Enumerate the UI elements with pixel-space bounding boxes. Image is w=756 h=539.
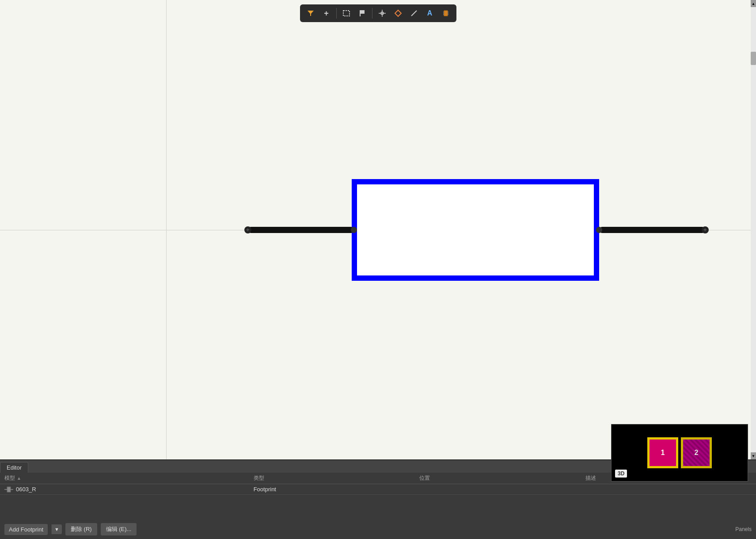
svg-rect-9 xyxy=(444,11,448,16)
pin-right-end: ✛ xyxy=(702,226,709,233)
col-type: 类型 xyxy=(254,474,420,482)
scrollbar-track[interactable] xyxy=(751,7,756,452)
scrollbar-up-btn[interactable]: ▲ xyxy=(751,0,756,7)
pin-button[interactable] xyxy=(375,6,389,20)
text-button[interactable]: A xyxy=(423,6,437,20)
editor-tab[interactable]: Editor xyxy=(0,462,28,473)
sort-arrow[interactable]: ▲ xyxy=(17,476,21,481)
add-footprint-button[interactable]: Add Footprint xyxy=(4,524,48,535)
origin-button[interactable] xyxy=(391,6,405,20)
select-rect-button[interactable] xyxy=(339,6,353,20)
pin-left-end: ✛ xyxy=(244,226,251,233)
filter-button[interactable] xyxy=(304,6,318,20)
preview-panel: 1 2 3D xyxy=(611,424,748,482)
edit-label: 编辑 (E)... xyxy=(106,526,132,532)
component-button[interactable] xyxy=(439,6,453,20)
table-row[interactable]: 0603_R Footprint xyxy=(0,484,756,495)
pin-left-connector xyxy=(351,227,357,233)
pad-2-label: 2 xyxy=(695,449,699,457)
svg-line-8 xyxy=(411,11,417,16)
toolbar-divider-1 xyxy=(336,8,337,19)
svg-marker-0 xyxy=(308,11,314,16)
grid-vertical xyxy=(166,0,167,459)
line-button[interactable] xyxy=(407,6,421,20)
pad-2: 2 xyxy=(681,437,712,468)
scrollbar-thumb[interactable] xyxy=(751,52,756,65)
action-bar: Add Footprint ▼ 删除 (R) 编辑 (E)... Panels xyxy=(0,520,756,539)
flag-button[interactable] xyxy=(355,6,369,20)
cell-model: 0603_R xyxy=(4,486,254,493)
svg-rect-16 xyxy=(7,487,11,492)
col-position: 位置 xyxy=(419,474,585,482)
pin-right-connector xyxy=(596,227,602,233)
canvas-area[interactable]: + A xyxy=(0,0,756,459)
svg-marker-7 xyxy=(395,10,401,16)
svg-rect-2 xyxy=(360,10,365,14)
delete-button[interactable]: 删除 (R) xyxy=(65,523,97,535)
toolbar-divider-2 xyxy=(372,8,372,19)
add-footprint-dropdown[interactable]: ▼ xyxy=(51,524,62,534)
pad-1-label: 1 xyxy=(661,449,665,457)
panels-label: Panels xyxy=(735,526,752,532)
component-icon xyxy=(4,486,13,493)
add-footprint-label: Add Footprint xyxy=(9,526,43,533)
scrollbar-down-btn[interactable]: ▼ xyxy=(751,452,756,459)
col-model: 模型 ▲ xyxy=(4,474,254,482)
svg-rect-1 xyxy=(343,11,350,16)
pad-1: 1 xyxy=(647,437,678,468)
courtyard-rect xyxy=(352,179,599,281)
toolbar: + A xyxy=(300,4,456,22)
label-3d: 3D xyxy=(615,470,627,478)
pin-left: ✛ xyxy=(248,227,354,233)
add-button[interactable]: + xyxy=(319,6,334,20)
pin-right: ✛ xyxy=(599,227,705,233)
cell-type: Footprint xyxy=(254,486,420,493)
canvas-scrollbar-right[interactable]: ▲ ▼ xyxy=(751,0,756,459)
edit-button[interactable]: 编辑 (E)... xyxy=(101,523,137,535)
delete-label: 删除 (R) xyxy=(71,526,92,532)
preview-pads: 1 2 xyxy=(647,437,712,468)
